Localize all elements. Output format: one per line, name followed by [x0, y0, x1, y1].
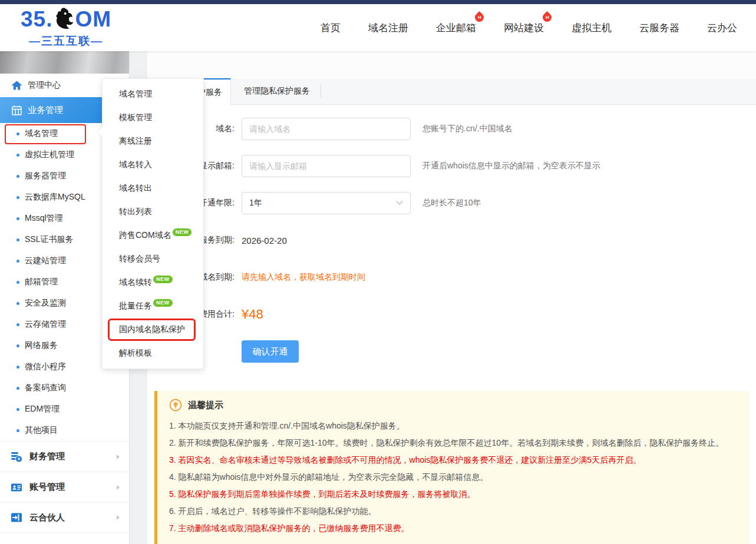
- flyout-item-offline-register[interactable]: 离线注册: [103, 130, 203, 153]
- tip-item: 4. 隐私邮箱为whois信息中对外显示的邮箱地址，为空表示完全隐藏，不显示邮箱…: [169, 469, 737, 486]
- nav-item-virtual-host[interactable]: 虚拟主机: [572, 21, 612, 35]
- flyout-item-transfer-member-id[interactable]: 转移会员号: [103, 247, 203, 271]
- tip-item: 3. 若因实名、命名审核未通过等导致域名被删除或不可用的情况，whois隐私保护…: [169, 452, 737, 469]
- bullet-icon: [16, 132, 19, 135]
- sidebar-item-label: 云存储管理: [25, 319, 66, 330]
- sidebar-section-finance[interactable]: ¥ 财务管理: [0, 441, 129, 472]
- domain-input[interactable]: [242, 118, 411, 140]
- sidebar-section-cloud-partner[interactable]: 云合伙人: [0, 502, 129, 533]
- site-logo[interactable]: 35. OM —三五互联—: [21, 7, 111, 49]
- flyout-item-batch-tasks[interactable]: 批量任务NEW: [103, 294, 203, 318]
- tip-item: 2. 新开和续费隐私保护服务，年限可选1-10年。续费时，隐私保护剩余有效总年限…: [169, 434, 737, 452]
- confirm-open-button[interactable]: 确认开通: [242, 340, 299, 363]
- sidebar-item-label: 其他项目: [25, 425, 58, 436]
- page-body: 管理中心 业务管理 域名管理 虚拟主机管理 服务器管理 云数据库MySQL Ms…: [0, 51, 756, 544]
- tip-item: 1. 本功能页仅支持开通和管理.cn/.中国域名whois隐私保护服务。: [169, 417, 737, 434]
- flyout-item-cross-sell-com-domain[interactable]: 跨售COM域名NEW: [103, 224, 203, 247]
- sidebar-item-label: 管理中心: [28, 80, 61, 91]
- top-accent-bar: [0, 0, 756, 4]
- logo-text-right: OM: [75, 8, 111, 30]
- sidebar-section-label: 业务管理: [28, 105, 63, 116]
- tab-manage-privacy-service[interactable]: 管理隐私保护服务: [236, 78, 318, 104]
- nav-item-enterprise-mail[interactable]: 企业邮箱H: [436, 21, 476, 35]
- new-badge: NEW: [173, 228, 192, 236]
- main-content: 开通隐私保护服务 管理隐私保护服务 域名: 您账号下的.cn/.中国域名 显示邮…: [147, 51, 756, 544]
- display-email-hint: 开通后whois信息中显示的邮箱，为空表示不显示: [422, 161, 600, 171]
- form-row-domain: 域名: 您账号下的.cn/.中国域名: [147, 118, 756, 140]
- nav-item-domain-register[interactable]: 域名注册: [368, 21, 408, 35]
- flyout-item-transfer-out-list[interactable]: 转出列表: [103, 200, 203, 224]
- sidebar-item-label: 邮箱管理: [25, 277, 58, 287]
- home-icon: [12, 81, 22, 90]
- domain-management-flyout-menu: 域名管理 模板管理 离线注册 域名转入 域名转出 转出列表 跨售COM域名NEW…: [102, 78, 204, 369]
- bullet-icon: [16, 260, 19, 263]
- nav-item-cloud-server[interactable]: 云服务器: [639, 21, 679, 35]
- sidebar-item-label: 网络服务: [25, 340, 58, 351]
- sidebar-section-label: 财务管理: [29, 451, 65, 462]
- sidebar-banner-image: [0, 51, 129, 74]
- finance-coins-icon: ¥: [11, 451, 22, 463]
- flyout-item-dns-template[interactable]: 解析模板: [103, 341, 203, 365]
- bullet-icon: [16, 238, 19, 241]
- form-row-years: 开通年限: 1年 总时长不超10年: [147, 192, 756, 214]
- hot-flame-icon: H: [473, 11, 486, 23]
- logo-subtitle: —三五互联—: [21, 34, 111, 49]
- years-selected-value: 1年: [249, 198, 262, 208]
- flyout-item-domain-management[interactable]: 域名管理: [103, 82, 203, 106]
- lightbulb-icon: [169, 399, 182, 412]
- sidebar-item-label: EDM管理: [25, 404, 60, 414]
- bullet-icon: [16, 175, 19, 178]
- form-row-submit: 确认开通: [147, 340, 756, 363]
- logo-text-left: 35.: [21, 8, 52, 30]
- sidebar-item-label: SSL证书服务: [25, 234, 73, 245]
- years-select[interactable]: 1年: [242, 192, 411, 214]
- flyout-item-domestic-domain-privacy[interactable]: 国内域名隐私保护: [103, 318, 203, 341]
- flyout-item-domain-renew-transfer[interactable]: 域名续转NEW: [103, 271, 203, 294]
- svg-text:¥: ¥: [18, 456, 21, 462]
- hot-flame-icon: H: [541, 11, 553, 23]
- form-row-service-expiry: 服务到期: 2026-02-20: [147, 229, 756, 251]
- site-header: 35. OM —三五互联— 首页 域名注册 企业邮箱H 网站建设H 虚拟主机 云…: [0, 4, 756, 51]
- nav-item-home[interactable]: 首页: [321, 21, 341, 35]
- warm-tips-title: 温馨提示: [188, 400, 223, 411]
- bullet-icon: [16, 302, 19, 305]
- sidebar-item-icp-code-query[interactable]: 备案码查询: [0, 377, 129, 399]
- bullet-icon: [16, 323, 19, 326]
- chevron-down-icon: [396, 201, 403, 205]
- sidebar-item-label: Mssql管理: [25, 213, 63, 224]
- content-top-spacer: [147, 51, 756, 78]
- sidebar-item-label: 微信小程序: [25, 361, 66, 372]
- new-badge: NEW: [153, 299, 173, 307]
- sidebar-item-edm[interactable]: EDM管理: [0, 399, 129, 420]
- bullet-icon: [16, 281, 19, 284]
- sidebar-section-label: 账号管理: [29, 482, 65, 493]
- display-email-input[interactable]: [242, 155, 411, 177]
- sidebar-item-other-projects[interactable]: 其他项目: [0, 420, 129, 441]
- flyout-item-domain-transfer-in[interactable]: 域名转入: [103, 153, 203, 177]
- bullet-icon: [16, 408, 19, 411]
- bullet-icon: [16, 196, 19, 199]
- form-row-display-email: 显示邮箱: 开通后whois信息中显示的邮箱，为空表示不显示: [147, 155, 756, 177]
- sidebar-section-account[interactable]: 账号管理: [0, 472, 129, 502]
- sidebar-item-label: 服务器管理: [25, 171, 66, 181]
- chevron-right-icon: [117, 485, 120, 490]
- account-card-icon: [11, 482, 22, 493]
- new-badge: NEW: [153, 276, 173, 283]
- nav-item-website-building[interactable]: 网站建设H: [504, 21, 544, 35]
- sidebar-item-label: 域名管理: [25, 128, 58, 139]
- chevron-right-icon: [117, 455, 120, 459]
- dragon-logo-icon: [53, 7, 74, 32]
- bullet-icon: [16, 344, 19, 347]
- bullet-icon: [16, 154, 19, 157]
- partner-arrow-icon: [11, 512, 22, 523]
- form-row-domain-expiry: 域名到期: 请先输入域名，获取域名到期时间: [147, 266, 756, 288]
- sidebar-item-label: 云建站管理: [25, 256, 66, 266]
- flyout-item-template-management[interactable]: 模板管理: [103, 106, 203, 130]
- years-hint: 总时长不超10年: [422, 198, 481, 208]
- sidebar-item-label: 安全及监测: [25, 298, 66, 309]
- privacy-open-form: 域名: 您账号下的.cn/.中国域名 显示邮箱: 开通后whois信息中显示的邮…: [147, 105, 756, 377]
- sidebar-item-label: 备案码查询: [25, 383, 66, 393]
- flyout-item-domain-transfer-out[interactable]: 域名转出: [103, 177, 203, 200]
- nav-item-cloud-office[interactable]: 云办公: [707, 21, 737, 35]
- main-nav: 首页 域名注册 企业邮箱H 网站建设H 虚拟主机 云服务器 云办公: [321, 21, 737, 35]
